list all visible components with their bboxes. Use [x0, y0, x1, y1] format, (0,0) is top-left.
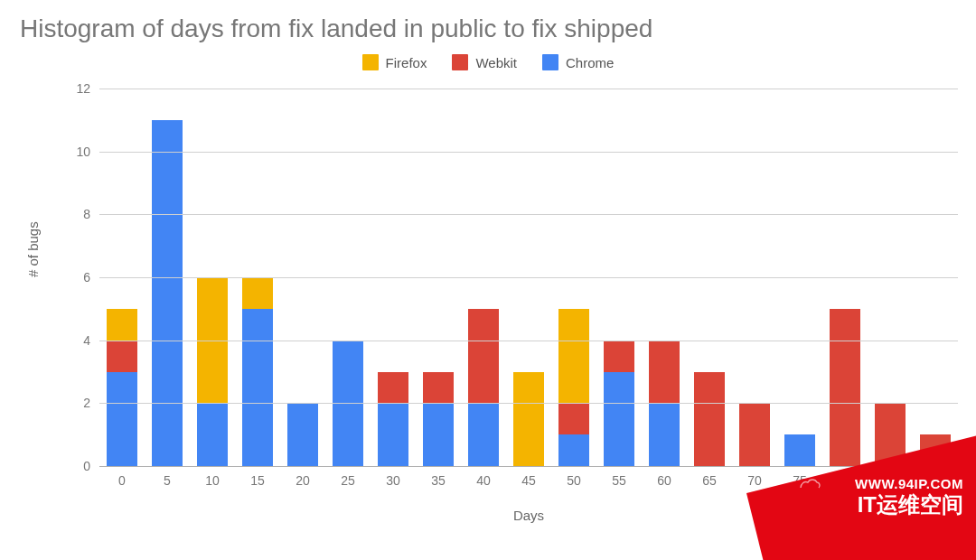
y-tick-label: 10	[76, 145, 90, 159]
y-tick-label: 12	[76, 81, 90, 96]
x-tick-label: 30	[378, 473, 408, 488]
bar-segment-webkit	[468, 309, 499, 404]
bar-segment-webkit	[694, 372, 725, 467]
bar-segment-chrome	[197, 403, 228, 466]
gridline	[99, 89, 958, 89]
gridline	[99, 466, 958, 467]
bar-segment-webkit	[423, 372, 454, 404]
bar-segment-chrome	[107, 372, 137, 467]
bar-segment-chrome	[152, 120, 183, 466]
chart-legend: FirefoxWebkitChrome	[0, 54, 976, 70]
y-tick-label: 6	[83, 270, 90, 285]
legend-swatch-icon	[362, 54, 379, 70]
legend-swatch-icon	[542, 54, 558, 70]
bar-segment-firefox	[242, 277, 273, 309]
x-tick-label: 55	[604, 473, 634, 488]
legend-item-firefox: Firefox	[362, 54, 427, 70]
x-tick-label: 50	[558, 473, 589, 488]
chart-plot-area: 051015202530354045505560657075808590 Day…	[99, 89, 958, 466]
watermark-decoration-icon	[797, 475, 822, 495]
bar-segment-chrome	[558, 434, 589, 466]
bar-segment-chrome	[423, 403, 454, 466]
bar-segment-chrome	[378, 403, 408, 466]
legend-label: Firefox	[386, 55, 427, 70]
bar-segment-chrome	[604, 372, 634, 467]
bar-segment-chrome	[649, 403, 680, 466]
y-tick-label: 8	[83, 207, 90, 221]
x-tick-label: 70	[739, 473, 770, 488]
x-tick-label: 45	[513, 473, 544, 488]
x-tick-label: 40	[468, 473, 499, 488]
y-tick-label: 0	[83, 459, 90, 473]
chart-title: Histogram of days from fix landed in pub…	[20, 14, 652, 43]
gridline	[99, 341, 958, 341]
bar-segment-webkit	[649, 341, 680, 404]
bar-segment-webkit	[830, 309, 860, 466]
x-tick-label: 65	[694, 473, 725, 488]
gridline	[99, 403, 958, 404]
bar-segment-webkit	[558, 403, 589, 434]
bar-segment-webkit	[604, 341, 634, 372]
x-tick-label: 15	[242, 473, 273, 488]
bar-segment-firefox	[107, 309, 137, 341]
gridline	[99, 214, 958, 215]
legend-item-webkit: Webkit	[452, 54, 517, 70]
bar-segment-webkit	[739, 403, 770, 466]
bar-segment-firefox	[558, 309, 589, 404]
y-tick-label: 2	[83, 396, 90, 410]
bar-segment-chrome	[784, 434, 815, 466]
legend-swatch-icon	[452, 54, 468, 70]
bar-segment-chrome	[242, 309, 273, 466]
x-tick-label: 5	[152, 473, 183, 488]
gridline	[99, 152, 958, 153]
y-tick-label: 4	[83, 333, 90, 348]
bar-segment-chrome	[287, 403, 318, 466]
bar-segment-webkit	[107, 341, 137, 372]
bar-segment-chrome	[468, 403, 499, 466]
legend-item-chrome: Chrome	[542, 54, 614, 70]
legend-label: Chrome	[566, 55, 614, 70]
x-tick-label: 10	[197, 473, 228, 488]
bar-segment-webkit	[378, 372, 408, 404]
bar-segment-firefox	[513, 372, 544, 467]
gridline	[99, 277, 958, 278]
x-tick-label: 60	[649, 473, 680, 488]
x-tick-label: 20	[287, 473, 318, 488]
legend-label: Webkit	[475, 55, 517, 70]
x-tick-label: 35	[423, 473, 454, 488]
x-tick-label: 0	[107, 473, 137, 488]
x-tick-label: 25	[333, 473, 363, 488]
y-axis-title: # of bugs	[25, 221, 41, 277]
